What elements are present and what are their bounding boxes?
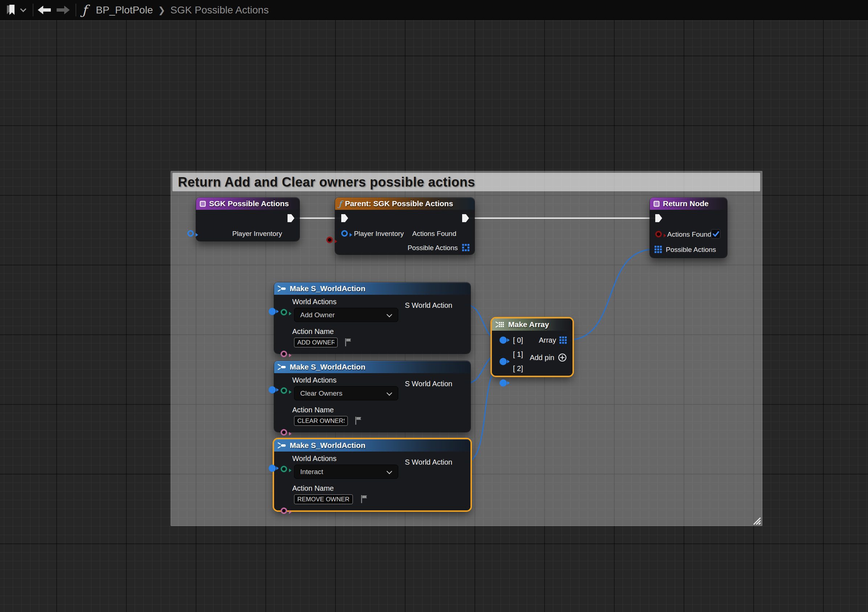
node-sgk-possible-actions[interactable]: SGK Possible Actions Player Inventory (196, 197, 299, 241)
localize-flag-icon[interactable] (360, 494, 369, 504)
node-make-array[interactable]: Make Array [ 0] [ 1] [ 2] Array Add pin (492, 318, 572, 376)
breadcrumb: BP_PlotPole ❯ SGK Possible Actions (96, 0, 269, 20)
node-parent-sgk-possible-actions[interactable]: ƒ Parent: SGK Possible Actions Player In… (335, 197, 474, 254)
world-actions-dropdown[interactable]: Clear Owners (294, 386, 398, 400)
node-make-s-worldaction-3[interactable]: Make S_WorldAction World Actions Interac… (274, 439, 471, 510)
dropdown-chevron-icon (387, 312, 392, 318)
possible-actions-label: Possible Actions (408, 244, 458, 252)
bookmark-dropdown-button[interactable] (21, 0, 25, 20)
possible-actions-label: Possible Actions (666, 246, 716, 254)
breadcrumb-root[interactable]: BP_PlotPole (96, 5, 153, 16)
dropdown-chevron-icon (387, 469, 392, 474)
node-header[interactable]: Return Node (650, 197, 727, 210)
world-actions-label: World Actions (292, 454, 336, 463)
world-actions-value: Clear Owners (300, 389, 343, 397)
player-inventory-label: Player Inventory (354, 230, 404, 238)
event-node-icon (200, 201, 206, 207)
checkmark-icon (713, 231, 719, 237)
dropdown-chevron-icon (387, 390, 392, 396)
actions-found-label: Actions Found (667, 231, 711, 239)
add-pin-label: Add pin (530, 353, 554, 362)
action-name-pin[interactable] (281, 507, 287, 514)
actions-found-pin[interactable] (655, 231, 662, 237)
actions-found-pin[interactable] (326, 237, 333, 243)
function-node-icon: ƒ (339, 199, 342, 208)
action-name-label: Action Name (292, 484, 334, 493)
array-element-0-pin[interactable] (499, 336, 507, 344)
world-actions-enum-pin[interactable] (281, 387, 287, 394)
action-name-input[interactable] (294, 416, 348, 426)
node-title: Make S_WorldAction (290, 363, 365, 371)
node-header[interactable]: Make S_WorldAction (274, 439, 471, 452)
back-arrow-icon (38, 6, 51, 14)
possible-actions-array-pin[interactable] (462, 244, 470, 251)
action-name-label: Action Name (292, 406, 334, 414)
node-title: Return Node (663, 199, 708, 208)
node-header[interactable]: Make Array (492, 318, 572, 331)
action-name-label: Action Name (292, 327, 334, 336)
exec-in-pin[interactable] (341, 214, 348, 222)
add-pin-icon (558, 353, 567, 362)
event-node-icon (653, 201, 660, 207)
world-actions-value: Add Owner (300, 311, 335, 319)
back-button[interactable] (38, 0, 51, 20)
array-element-1-pin[interactable] (499, 358, 507, 365)
toolbar: ƒ BP_PlotPole ❯ SGK Possible Actions (0, 0, 868, 20)
actions-found-label: Actions Found (412, 230, 456, 238)
exec-in-pin[interactable] (655, 214, 662, 222)
node-make-s-worldaction-2[interactable]: Make S_WorldAction World Actions Clear O… (274, 361, 471, 432)
player-inventory-pin[interactable] (187, 230, 194, 237)
make-struct-icon (278, 286, 287, 291)
action-name-pin[interactable] (281, 429, 287, 435)
world-actions-label: World Actions (292, 297, 336, 306)
s-world-action-label: S World Action (405, 380, 452, 388)
array-element-1-label: [ 1] (513, 350, 523, 359)
breadcrumb-current[interactable]: SGK Possible Actions (170, 5, 269, 16)
node-title: Make Array (508, 320, 549, 329)
s-world-action-pin[interactable] (269, 386, 276, 394)
action-name-input[interactable] (294, 494, 353, 504)
possible-actions-array-pin[interactable] (654, 246, 662, 253)
world-actions-enum-pin[interactable] (281, 466, 287, 472)
exec-out-pin[interactable] (288, 214, 294, 222)
make-struct-icon (278, 364, 287, 370)
s-world-action-label: S World Action (405, 458, 452, 466)
add-pin-button[interactable]: Add pin (530, 353, 567, 362)
array-output-label: Array (539, 336, 556, 344)
node-header[interactable]: SGK Possible Actions (196, 197, 299, 210)
data-wire-array-to-return[interactable] (567, 249, 654, 340)
toolbar-divider (33, 4, 33, 16)
node-title: Parent: SGK Possible Actions (345, 199, 453, 208)
player-inventory-label: Player Inventory (232, 230, 282, 238)
array-element-0-label: [ 0] (513, 336, 523, 344)
chevron-down-icon (20, 6, 26, 12)
actions-found-checkbox[interactable] (711, 229, 721, 239)
world-actions-enum-pin[interactable] (281, 309, 287, 315)
array-element-2-pin[interactable] (499, 379, 507, 387)
action-name-pin[interactable] (281, 351, 287, 357)
forward-button[interactable] (57, 0, 70, 20)
node-title: Make S_WorldAction (290, 441, 365, 450)
breadcrumb-separator-icon: ❯ (158, 5, 165, 15)
array-output-pin[interactable] (560, 336, 567, 344)
s-world-action-pin[interactable] (269, 308, 276, 315)
s-world-action-pin[interactable] (269, 465, 276, 472)
s-world-action-label: S World Action (405, 301, 452, 310)
node-return[interactable]: Return Node Actions Found Possible Actio… (650, 197, 727, 258)
node-header[interactable]: Make S_WorldAction (274, 361, 471, 373)
player-inventory-pin[interactable] (341, 230, 348, 237)
exec-out-pin[interactable] (462, 214, 469, 222)
localize-flag-icon[interactable] (354, 416, 363, 425)
forward-arrow-icon (57, 6, 70, 14)
node-header[interactable]: Make S_WorldAction (274, 282, 471, 295)
node-make-s-worldaction-1[interactable]: Make S_WorldAction World Actions Add Own… (274, 282, 471, 353)
world-actions-dropdown[interactable]: Interact (294, 465, 398, 479)
world-actions-dropdown[interactable]: Add Owner (294, 308, 398, 322)
make-array-icon (496, 322, 505, 327)
action-name-input[interactable] (294, 338, 338, 347)
bookmark-button[interactable] (6, 0, 17, 20)
world-actions-label: World Actions (292, 376, 336, 384)
toolbar-divider (76, 4, 76, 16)
localize-flag-icon[interactable] (344, 338, 352, 347)
node-header[interactable]: ƒ Parent: SGK Possible Actions (335, 197, 474, 210)
